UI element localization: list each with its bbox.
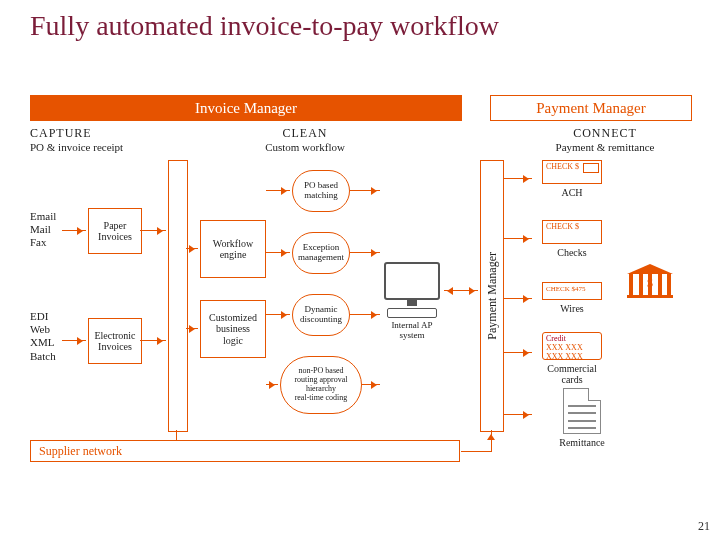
arrow-icon (140, 230, 166, 231)
arrow-icon (504, 238, 532, 239)
node-discounting: Dynamic discounting (292, 294, 350, 336)
node-exception: Exception management (292, 232, 350, 274)
arrow-icon (504, 414, 532, 415)
arrow-icon (62, 230, 86, 231)
keyboard-icon (387, 308, 437, 318)
workflow-bar (168, 160, 188, 432)
connector (461, 451, 491, 452)
arrow-icon (350, 314, 380, 315)
payment-manager-bar: Payment Manager (480, 160, 504, 432)
node-po-matching: PO based matching (292, 170, 350, 212)
arrow-icon (266, 252, 290, 253)
cheque-icon: CHECK $ (542, 160, 602, 184)
page-number: 21 (698, 519, 710, 534)
arrow-icon (362, 384, 380, 385)
arrow-icon (504, 352, 532, 353)
capture-sources-paper: Email Mail Fax (30, 210, 56, 250)
pay-ach: CHECK $ ACH (536, 160, 608, 198)
credit-card-icon: Credit XXX XXX XXX XXX (542, 332, 602, 360)
node-nonpo: non-PO based routing approval hierarchy … (280, 356, 362, 414)
slide-title: Fully automated invoice-to-pay workflow (30, 10, 499, 42)
col-capture: CAPTURE PO & invoice receipt (30, 126, 150, 153)
pay-wires-cheque: CHECK $475 Wires (536, 282, 608, 314)
internal-ap-system: Internal AP system (382, 262, 442, 341)
supplier-network: Supplier network (30, 440, 460, 462)
arrow-icon (266, 190, 290, 191)
connector (176, 430, 177, 440)
capture-sources-electronic: EDI Web XML Batch (30, 310, 56, 363)
bank-icon: $ (627, 264, 673, 298)
arrow-icon (504, 178, 532, 179)
capture-box-electronic: Electronic Invoices (88, 318, 142, 364)
col-connect: CONNECT Payment & remittance (535, 126, 675, 153)
double-arrow-icon (444, 290, 478, 291)
col-clean: CLEAN Custom workflow (240, 126, 370, 153)
arrow-icon (186, 248, 198, 249)
monitor-icon (384, 262, 440, 300)
customized-business-logic: Customized business logic (200, 300, 266, 358)
arrow-icon (266, 314, 290, 315)
cheque-icon: CHECK $475 (542, 282, 602, 300)
arrow-icon (62, 340, 86, 341)
pay-checks: CHECK $ Checks (536, 220, 608, 258)
pay-cards: Credit XXX XXX XXX XXX Commercial cards (536, 332, 608, 385)
capture-box-paper: Paper Invoices (88, 208, 142, 254)
arrow-icon (350, 190, 380, 191)
section-payment-manager: Payment Manager (490, 95, 692, 121)
pay-wires-bank: $ (614, 264, 686, 298)
arrowhead-icon (487, 430, 495, 440)
arrow-icon (266, 384, 278, 385)
arrow-icon (186, 328, 198, 329)
pay-remittance: Remittance (546, 388, 618, 448)
arrow-icon (350, 252, 380, 253)
document-icon (563, 388, 601, 434)
cheque-icon: CHECK $ (542, 220, 602, 244)
arrow-icon (504, 298, 532, 299)
section-invoice-manager: Invoice Manager (30, 95, 462, 121)
arrow-icon (140, 340, 166, 341)
workflow-engine: Workflow engine (200, 220, 266, 278)
